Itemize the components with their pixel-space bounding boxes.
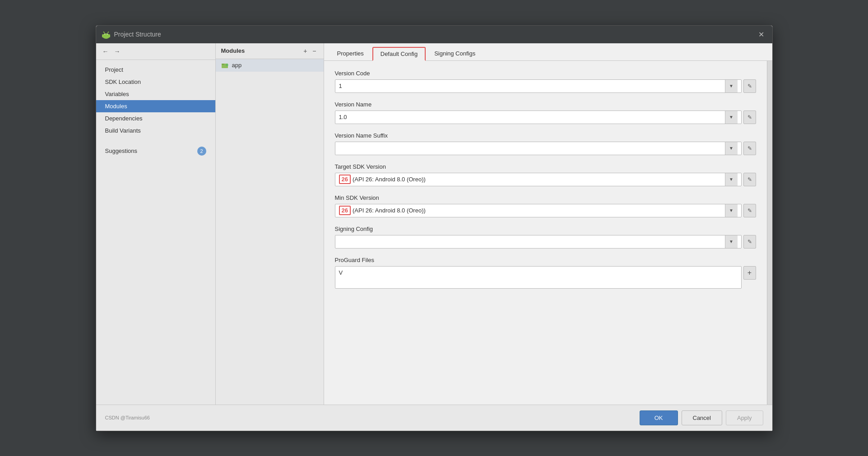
close-button[interactable]: ✕ — [756, 29, 767, 40]
bottom-buttons: OK Cancel Apply — [640, 410, 763, 425]
modules-panel: Modules + − app — [216, 43, 324, 405]
title-bar: Project Structure ✕ — [96, 26, 772, 43]
watermark: CSDN @Tiramisu66 — [105, 415, 150, 420]
ok-button[interactable]: OK — [640, 410, 678, 425]
version-name-dropdown-btn[interactable]: ▼ — [725, 111, 738, 124]
version-name-label: Version Name — [335, 101, 756, 108]
suggestions-section: Suggestions 2 — [96, 144, 215, 158]
proguard-files-group: ProGuard Files V + — [335, 257, 756, 289]
sidebar: ← → Project SDK Location Variables Modul… — [96, 43, 216, 405]
android-icon — [102, 30, 111, 39]
module-folder-icon — [221, 62, 228, 69]
proguard-item[interactable]: V — [335, 267, 741, 279]
sidebar-item-modules[interactable]: Modules — [96, 100, 215, 112]
version-name-row: 1.0 ▼ ✎ — [335, 111, 756, 124]
target-sdk-dropdown-btn[interactable]: ▼ — [725, 173, 738, 186]
title-bar-left: Project Structure — [102, 30, 161, 39]
svg-rect-6 — [103, 34, 109, 36]
suggestions-label: Suggestions — [105, 147, 138, 154]
target-sdk-field[interactable]: 26 (API 26: Android 8.0 (Oreo)) ▼ — [335, 173, 742, 186]
proguard-files-label: ProGuard Files — [335, 257, 756, 263]
modules-add-button[interactable]: + — [302, 47, 309, 55]
proguard-files-list: V — [335, 266, 742, 289]
version-name-suffix-field[interactable]: ▼ — [335, 142, 742, 155]
version-code-dropdown-btn[interactable]: ▼ — [725, 80, 738, 92]
min-sdk-dropdown-btn[interactable]: ▼ — [725, 204, 738, 217]
modules-header: Modules + − — [216, 43, 324, 59]
version-code-value: 1 — [339, 83, 725, 89]
version-name-value: 1.0 — [339, 114, 725, 120]
target-sdk-edit-btn[interactable]: ✎ — [743, 173, 756, 186]
signing-config-dropdown-btn[interactable]: ▼ — [725, 235, 738, 248]
modules-title: Modules — [221, 47, 245, 54]
version-name-suffix-group: Version Name Suffix ▼ ✎ — [335, 132, 756, 155]
modules-remove-button[interactable]: − — [311, 47, 318, 55]
version-name-edit-btn[interactable]: ✎ — [743, 111, 756, 124]
target-sdk-value-text: (API 26: Android 8.0 (Oreo)) — [353, 176, 725, 183]
tab-signing-configs[interactable]: Signing Configs — [427, 47, 483, 60]
version-name-field[interactable]: 1.0 ▼ — [335, 111, 742, 124]
signing-config-group: Signing Config ▼ ✎ — [335, 226, 756, 249]
min-sdk-edit-btn[interactable]: ✎ — [743, 204, 756, 217]
target-sdk-label: Target SDK Version — [335, 163, 756, 170]
nav-forward-button[interactable]: → — [112, 47, 122, 56]
content-with-scroll: Version Code 1 ▼ ✎ Version Name — [324, 61, 772, 405]
min-sdk-field[interactable]: 26 (API 26: Android 8.0 (Oreo)) ▼ — [335, 204, 742, 217]
proguard-files-row: V + — [335, 266, 756, 289]
apply-button[interactable]: Apply — [726, 410, 763, 425]
modules-list: app — [216, 59, 324, 405]
svg-rect-7 — [102, 34, 103, 37]
version-name-group: Version Name 1.0 ▼ ✎ — [335, 101, 756, 124]
version-code-label: Version Code — [335, 70, 756, 77]
sidebar-nav: Project SDK Location Variables Modules D… — [96, 60, 215, 140]
min-sdk-label: Min SDK Version — [335, 194, 756, 201]
proguard-add-button[interactable]: + — [743, 266, 756, 280]
signing-config-field[interactable]: ▼ — [335, 235, 742, 249]
version-name-suffix-dropdown-btn[interactable]: ▼ — [725, 142, 738, 155]
min-sdk-row: 26 (API 26: Android 8.0 (Oreo)) ▼ ✎ — [335, 204, 756, 217]
tab-properties[interactable]: Properties — [330, 47, 371, 60]
module-app-name: app — [232, 62, 242, 69]
version-code-edit-btn[interactable]: ✎ — [743, 79, 756, 93]
content-panel: Properties Default Config Signing Config… — [324, 43, 772, 405]
tab-default-config[interactable]: Default Config — [372, 47, 426, 61]
min-sdk-highlight: 26 — [339, 206, 351, 215]
sidebar-item-dependencies[interactable]: Dependencies — [96, 112, 215, 124]
sidebar-item-variables[interactable]: Variables — [96, 88, 215, 100]
version-name-suffix-row: ▼ ✎ — [335, 142, 756, 155]
suggestions-row[interactable]: Suggestions 2 — [96, 144, 215, 158]
target-sdk-row: 26 (API 26: Android 8.0 (Oreo)) ▼ ✎ — [335, 173, 756, 186]
nav-back-button[interactable]: ← — [101, 47, 111, 56]
svg-rect-8 — [109, 34, 110, 37]
bottom-bar: CSDN @Tiramisu66 OK Cancel Apply — [96, 405, 772, 431]
dialog-body: ← → Project SDK Location Variables Modul… — [96, 43, 772, 405]
version-name-suffix-label: Version Name Suffix — [335, 132, 756, 139]
min-sdk-value-text: (API 26: Android 8.0 (Oreo)) — [353, 207, 725, 214]
version-code-group: Version Code 1 ▼ ✎ — [335, 70, 756, 93]
svg-line-5 — [107, 32, 108, 33]
modules-toolbar: + − — [302, 47, 318, 55]
cancel-button[interactable]: Cancel — [682, 410, 722, 425]
sidebar-item-sdk-location[interactable]: SDK Location — [96, 76, 215, 88]
sidebar-item-build-variants[interactable]: Build Variants — [96, 124, 215, 137]
version-code-field[interactable]: 1 ▼ — [335, 79, 742, 93]
right-scrollbar[interactable] — [767, 61, 772, 405]
content-body: Version Code 1 ▼ ✎ Version Name — [324, 61, 767, 405]
version-code-row: 1 ▼ ✎ — [335, 79, 756, 93]
suggestions-badge: 2 — [197, 147, 206, 156]
target-sdk-group: Target SDK Version 26 (API 26: Android 8… — [335, 163, 756, 186]
nav-arrows: ← → — [96, 43, 215, 60]
signing-config-edit-btn[interactable]: ✎ — [743, 235, 756, 249]
tabs-bar: Properties Default Config Signing Config… — [324, 43, 772, 61]
target-sdk-highlight: 26 — [339, 175, 351, 184]
signing-config-label: Signing Config — [335, 226, 756, 232]
version-name-suffix-edit-btn[interactable]: ✎ — [743, 142, 756, 155]
project-structure-dialog: Project Structure ✕ ← → Project SDK Loca… — [96, 25, 773, 431]
sidebar-item-project[interactable]: Project — [96, 64, 215, 76]
svg-line-4 — [103, 32, 104, 33]
signing-config-row: ▼ ✎ — [335, 235, 756, 249]
svg-rect-10 — [222, 64, 224, 65]
min-sdk-group: Min SDK Version 26 (API 26: Android 8.0 … — [335, 194, 756, 217]
module-item-app[interactable]: app — [216, 59, 324, 72]
svg-point-12 — [226, 64, 227, 65]
